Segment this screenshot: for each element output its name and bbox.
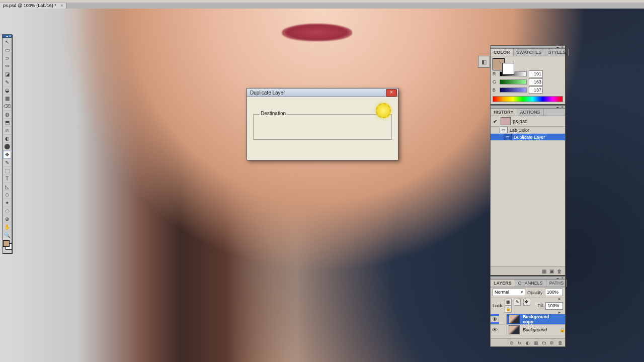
tool-button[interactable]: ↖ (3, 38, 11, 46)
layer-link-cell[interactable] (499, 325, 507, 335)
layer-link-cell[interactable] (499, 314, 507, 324)
layer-row[interactable]: 👁Background🔒 (491, 325, 565, 335)
layers-panel: ‒ × LAYERS CHANNELS PATHS Normal▾ Opacit… (490, 276, 566, 347)
g-slider[interactable] (500, 79, 527, 84)
photo-detail (282, 24, 352, 41)
panel-controls-icon[interactable]: ‒ × (556, 45, 564, 49)
tool-button[interactable]: ✋ (3, 223, 11, 231)
tool-button[interactable]: ◐ (3, 135, 11, 143)
layer-name[interactable]: Background copy (522, 314, 559, 324)
new-snapshot-icon[interactable]: ▣ (549, 268, 554, 274)
trash-icon[interactable]: 🗑 (557, 340, 563, 345)
r-label: R (493, 71, 498, 76)
close-tab-icon[interactable]: × (60, 3, 63, 8)
tool-button[interactable]: ▭ (3, 46, 11, 54)
new-group-icon[interactable]: 🗀 (541, 340, 547, 345)
dialog-titlebar[interactable]: Duplicate Layer × (247, 88, 398, 97)
toolbox: ‒ × ↖▭⊃✂◪✎◒▩⌫◍⬒⎚◐⚫✥✎⬚T◺⬯✦◌⊕✋🔍 (2, 34, 12, 253)
fill-input[interactable]: 100%▸ (545, 302, 563, 310)
tab-paths[interactable]: PATHS (546, 280, 568, 287)
color-ramp[interactable] (493, 96, 563, 102)
new-layer-icon[interactable]: 🗎 (549, 340, 555, 345)
lock-pixels-icon[interactable]: ✎ (514, 299, 521, 306)
history-footer: ▦ ▣ 🗑 (491, 266, 565, 275)
trash-icon[interactable]: 🗑 (557, 268, 562, 274)
panel-grip[interactable]: ‒ × (491, 106, 565, 109)
tab-swatches[interactable]: SWATCHES (514, 49, 545, 56)
lock-all-icon[interactable]: 🔒 (505, 306, 512, 313)
snapshot-thumb (501, 117, 511, 125)
opacity-input[interactable]: 100%▸ (545, 289, 563, 296)
tool-button[interactable]: ✥ (3, 151, 11, 159)
history-empty-area (491, 141, 565, 266)
tab-styles[interactable]: STYLES (545, 49, 570, 56)
visibility-toggle-icon[interactable]: 👁 (491, 316, 499, 322)
new-doc-state-icon[interactable]: ▦ (542, 268, 546, 274)
foreground-swatch[interactable] (3, 240, 10, 247)
tab-history[interactable]: HISTORY (491, 109, 517, 116)
layer-name[interactable]: Background (522, 327, 559, 332)
panel-grip[interactable]: ‒ × (491, 277, 565, 280)
tool-button[interactable]: ◪ (3, 70, 11, 78)
history-snapshot-row[interactable]: ✔ ps.psd (491, 116, 565, 127)
tool-button[interactable]: ⌫ (3, 103, 11, 111)
color-swatches[interactable] (3, 239, 12, 253)
panel-grip[interactable]: ‒ × (491, 46, 565, 49)
tool-button[interactable]: ⬒ (3, 119, 11, 127)
lock-label: Lock: (493, 303, 504, 308)
duplicate-layer-dialog: Duplicate Layer × Destination (247, 88, 398, 160)
layer-thumb (509, 315, 520, 324)
b-slider[interactable] (500, 87, 527, 93)
chevron-right-icon: ▸ (558, 296, 561, 302)
opacity-label: Opacity: (527, 290, 544, 295)
r-value[interactable]: 191 (529, 70, 543, 77)
tool-button[interactable]: T (3, 175, 11, 183)
tool-button[interactable]: ⚫ (3, 143, 11, 151)
tool-button[interactable]: ◌ (3, 207, 11, 215)
snapshot-label: ps.psd (513, 119, 527, 124)
history-item[interactable]: ▭Duplicate Layer (491, 134, 565, 141)
adjustment-icon[interactable]: ▦ (533, 340, 539, 345)
blend-mode-select[interactable]: Normal▾ (493, 289, 525, 296)
lock-pos-icon[interactable]: ✥ (523, 299, 530, 306)
b-value[interactable]: 137 (529, 86, 543, 94)
tool-button[interactable]: ⬚ (3, 167, 11, 175)
collapse-dock-icon[interactable]: ◧ (478, 56, 490, 68)
tab-color[interactable]: COLOR (491, 49, 514, 56)
history-step-icon: ▭ (500, 127, 508, 133)
panel-controls-icon[interactable]: ‒ × (556, 276, 564, 280)
g-value[interactable]: 163 (529, 78, 543, 85)
lock-transp-icon[interactable]: ▦ (505, 299, 512, 306)
tool-button[interactable]: ◺ (3, 183, 11, 191)
document-tab-label: ps.psd @ 100% (Lab/16) * (3, 3, 56, 8)
tab-layers[interactable]: LAYERS (491, 280, 515, 287)
tool-button[interactable]: ⎚ (3, 127, 11, 135)
link-layers-icon[interactable]: ⊘ (509, 340, 515, 345)
layer-fx-icon[interactable]: fx (517, 340, 523, 345)
visibility-toggle-icon[interactable]: 👁 (491, 327, 499, 333)
layer-mask-icon[interactable]: ◐ (525, 340, 531, 345)
tool-button[interactable]: ✂ (3, 62, 11, 70)
tool-button[interactable]: ▩ (3, 95, 11, 103)
tool-button[interactable]: 🔍 (3, 231, 11, 239)
panel-controls-icon[interactable]: ‒ × (556, 105, 564, 109)
history-panel-tabs: HISTORY ACTIONS (491, 109, 565, 116)
layer-row[interactable]: 👁Background copy (491, 314, 565, 325)
tool-button[interactable]: ✦ (3, 199, 11, 207)
tab-channels[interactable]: CHANNELS (515, 280, 546, 287)
tab-actions[interactable]: ACTIONS (517, 109, 544, 116)
toolbox-header[interactable]: ‒ × (3, 35, 12, 38)
history-item[interactable]: ▭Lab Color (491, 127, 565, 134)
tool-button[interactable]: ⊕ (3, 215, 11, 223)
tool-button[interactable]: ◒ (3, 86, 11, 95)
tool-button[interactable]: ◍ (3, 111, 11, 119)
layer-thumb (509, 325, 520, 334)
tool-button[interactable]: ⬯ (3, 191, 11, 199)
minimize-icon[interactable]: ‒ × (6, 34, 11, 38)
bg-color-chip[interactable] (502, 63, 514, 75)
dialog-close-button[interactable]: × (386, 89, 397, 97)
tool-button[interactable]: ✎ (3, 159, 11, 167)
tool-button[interactable]: ⊃ (3, 54, 11, 62)
tool-button[interactable]: ✎ (3, 78, 11, 86)
brush-source-icon[interactable]: ✔ (492, 119, 499, 124)
